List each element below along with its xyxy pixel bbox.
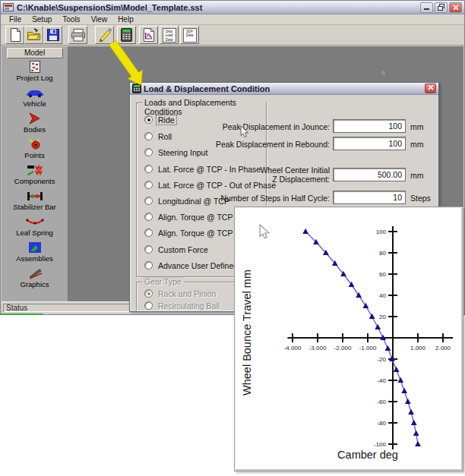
svg-text:-40: -40 [377,377,386,384]
toolbar: Disp Load Data SDF Data [1,25,464,46]
bodies-icon [28,112,42,125]
input-wheel-center-z[interactable]: 500.00 [333,168,406,181]
disp-load-data-button[interactable]: Disp Load Data [160,26,179,44]
camber-chart-svg: -4.000-3.000-2.000-1.0001.0002.000100806… [237,210,462,468]
label-wheel-center-z: Wheel Center Initial Z Displacement: [197,165,330,184]
vehicle-icon [26,87,44,98]
input-peak-rebound[interactable]: 100 [333,137,406,150]
unit-wheel-center-z: mm [410,171,424,180]
minimize-icon [424,5,430,10]
svg-text:20: 20 [379,314,386,320]
sidebar-item-stabilizer-bar[interactable]: Stabilizer Bar [2,188,68,213]
menu-view[interactable]: View [86,15,113,24]
disp-load-data-icon: Disp Load Data [163,28,176,43]
label-steps-half-cycle: Number of Steps in Half Cycle: [197,194,330,203]
new-document-button[interactable] [5,26,24,44]
svg-text:2.000: 2.000 [435,345,451,351]
graphics-icon [27,267,43,279]
radio-circle [144,289,153,298]
label-peak-rebound: Peak Displacement in Rebound: [197,140,330,149]
radio-circle [144,165,153,173]
model-sidebar: Model Project Log Vehicle Bodies Points … [2,46,68,301]
menu-help[interactable]: Help [112,15,139,24]
new-document-icon [8,27,22,43]
sidebar-item-graphics[interactable]: Graphics [2,266,68,291]
svg-text:60: 60 [379,271,386,278]
gear-type-legend: Gear Type [142,277,184,286]
dialog-title-bar[interactable]: Load & Displacement Condition [130,83,438,95]
restore-button[interactable] [435,2,448,13]
unit-steps-half-cycle: Steps [410,194,431,203]
radio-circle [144,115,153,124]
title-bar[interactable]: C:\Knable\SuspensionSim\Model_Template.s… [1,1,464,14]
sidebar-item-leaf-spring[interactable]: Leaf Spring [2,214,68,239]
dialog-close-button[interactable] [425,84,436,93]
menu-bar: File Setup Tools View Help [1,14,464,25]
radio-circle [144,229,153,237]
camber-chart-panel: -4.000-3.000-2.000-1.0001.0002.000100806… [234,206,463,471]
radio-roll[interactable]: Roll [144,131,173,141]
leaf-spring-icon [26,217,44,226]
close-button[interactable] [449,2,462,13]
chart-ylabel: Wheel Bounce Travel mm [241,215,255,450]
tab-model[interactable]: Model [7,48,63,58]
radio-circle [144,181,153,189]
radio-rack-and-pinion: Rack and Pinion [144,288,217,298]
unit-peak-jounce: mm [410,122,424,131]
svg-text:100: 100 [376,229,387,235]
points-icon [27,137,43,151]
svg-text:-100: -100 [374,441,387,448]
loads-groupbox-legend: Loads and Displacements Conditions [142,98,266,116]
minimize-button[interactable] [420,2,433,13]
open-file-button[interactable] [24,26,43,44]
sidebar-item-components[interactable]: Components [2,162,68,188]
svg-text:-4.000: -4.000 [284,345,302,351]
input-peak-jounce[interactable]: 100 [333,119,406,133]
radio-circle [144,213,153,221]
assemblies-icon [27,241,43,254]
svg-text:-2.000: -2.000 [334,345,352,351]
open-folder-icon [27,28,42,42]
svg-text:-1.000: -1.000 [359,345,377,351]
radio-ride[interactable]: Ride [144,115,176,125]
dialog-cursor-icon [240,125,250,139]
radio-custom-force[interactable]: Custom Force [144,244,210,254]
save-file-button[interactable] [43,26,62,44]
radio-circle [144,301,153,310]
label-peak-jounce: Peak Displacement in Jounce: [197,122,330,131]
callout-arrow-icon [105,39,150,93]
menu-setup[interactable]: Setup [27,15,57,24]
print-button[interactable] [68,26,87,44]
chart-xlabel: Camber deg [280,449,455,461]
progress-strip [0,314,43,315]
menu-file[interactable]: File [4,15,27,24]
svg-text:-60: -60 [377,399,386,405]
radio-advance-user-defined[interactable]: Advance User Defined [144,260,239,270]
radio-recirculating-ball: Recirculating Ball [144,301,221,311]
radio-circle [144,245,153,254]
svg-text:-20: -20 [377,356,386,363]
sidebar-item-project-log[interactable]: Project Log [2,59,68,84]
sidebar-item-points[interactable]: Points [2,137,68,162]
sdf-data-button[interactable]: SDF Data [180,26,199,44]
project-log-icon [29,60,41,74]
app-icon [3,2,14,12]
menu-tools[interactable]: Tools [57,15,85,24]
restore-icon [438,4,444,11]
sidebar-item-assemblies[interactable]: Assemblies [2,240,68,265]
stabilizer-bar-icon [27,191,43,201]
input-steps-half-cycle[interactable]: 10 [333,191,406,204]
svg-text:1.000: 1.000 [410,345,426,351]
close-icon [453,5,459,11]
components-icon [27,164,43,177]
dialog-close-icon [428,84,434,90]
print-icon [71,28,86,42]
radio-circle [144,148,153,156]
sidebar-item-vehicle[interactable]: Vehicle [2,85,68,110]
svg-text:-3.000: -3.000 [309,345,327,351]
radio-circle [144,261,153,270]
dialog-title: Load & Displacement Condition [144,84,425,93]
sidebar-item-bodies[interactable]: Bodies [2,111,68,136]
svg-text:80: 80 [379,250,386,257]
client-cursor-icon [380,67,390,80]
